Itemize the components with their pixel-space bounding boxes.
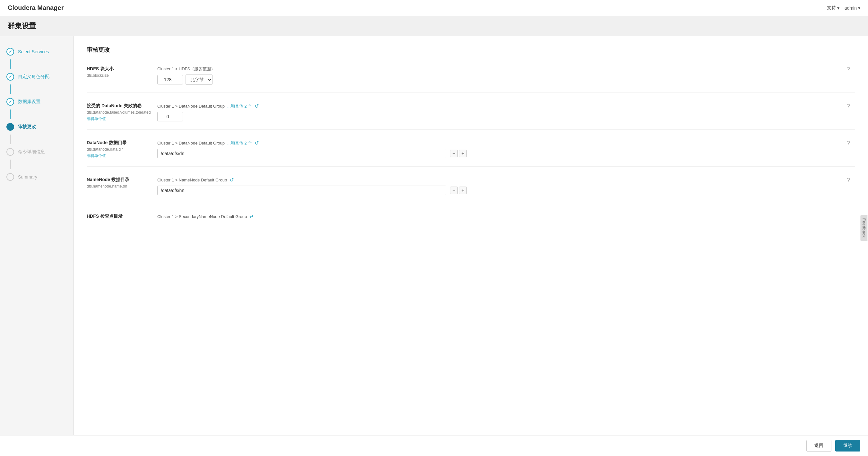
logo-text: Cloudera — [8, 4, 37, 11]
support-link[interactable]: 支持 ▾ — [827, 5, 839, 11]
step-circle-command-details — [6, 148, 14, 156]
sidebar-item-command-details: 命令详细信息 — [0, 144, 73, 160]
config-value-col-3: Cluster 1 > DataNode Default Group ...和其… — [157, 140, 855, 158]
config-label-namenode-dir: NameNode 数据目录 — [87, 177, 151, 183]
config-value-col-5: Cluster 1 > SecondaryNameNode Default Gr… — [157, 214, 855, 222]
hdfs-block-size-input[interactable] — [157, 75, 183, 85]
config-row-hdfs-checkpoint-dir: HDFS 检查点目录 Cluster 1 > SecondaryNameNode… — [87, 214, 855, 230]
chevron-down-icon: ▾ — [858, 5, 860, 10]
sidebar-item-summary: Summary — [0, 169, 73, 185]
logo: Cloudera Manager — [8, 4, 64, 11]
config-label-col-5: HDFS 检查点目录 — [87, 214, 157, 221]
config-edit-link-3[interactable]: 编辑单个值 — [87, 153, 106, 158]
reset-icon-3[interactable]: ↺ — [254, 140, 259, 146]
page-title-bar: 群集设置 — [0, 16, 868, 36]
sidebar-label-summary: Summary — [18, 174, 37, 180]
config-row-datanode-data-dir: DataNode 数据目录 dfs.datanode.data.dir 编辑单个… — [87, 140, 855, 167]
scope-text-4: Cluster 1 > NameNode Default Group — [157, 178, 227, 182]
sidebar-label-custom-roles: 自定义角色分配 — [18, 74, 50, 80]
help-icon-2[interactable]: ? — [847, 103, 850, 110]
config-label-datanode-failed: 接受的 DataNode 失败的卷 — [87, 103, 151, 109]
config-label-hdfs-block-size: HDFS 块大小 — [87, 66, 151, 72]
config-key-datanode-failed: dfs.datanode.failed.volumes.tolerated — [87, 110, 151, 115]
remove-dir-button-4[interactable]: − — [450, 187, 458, 194]
config-label-checkpoint-dir: HDFS 检查点目录 — [87, 214, 151, 219]
remove-dir-button-3[interactable]: − — [450, 150, 458, 157]
reset-icon-2[interactable]: ↺ — [254, 103, 259, 109]
connector-1 — [10, 59, 10, 69]
config-edit-link-2[interactable]: 编辑单个值 — [87, 117, 106, 121]
step-circle-database-settings — [6, 98, 14, 105]
header-actions: 支持 ▾ admin ▾ — [827, 5, 860, 11]
config-row-namenode-name-dir: NameNode 数据目录 dfs.namenode.name.dir Clus… — [87, 177, 855, 203]
input-row-3: − + — [157, 149, 855, 158]
page-title: 群集设置 — [8, 21, 860, 31]
connector-2 — [10, 85, 10, 94]
help-icon-1[interactable]: ? — [847, 66, 850, 73]
config-key-namenode-dir: dfs.namenode.name.dir — [87, 184, 151, 188]
sidebar-item-select-services[interactable]: Select Services — [0, 44, 73, 59]
hdfs-block-size-unit-select[interactable]: 字节 千字节 兆字节 吉字节 — [186, 74, 213, 85]
sidebar-item-custom-roles[interactable]: 自定义角色分配 — [0, 69, 73, 85]
scope-text-2: Cluster 1 > DataNode Default Group — [157, 104, 225, 109]
logo-bold: Manager — [37, 4, 64, 11]
connector-3 — [10, 110, 10, 119]
sidebar: Select Services 自定义角色分配 数据库设置 审核更改 命令详细信… — [0, 36, 74, 456]
admin-link[interactable]: admin ▾ — [844, 5, 860, 11]
config-scope-3: Cluster 1 > DataNode Default Group ...和其… — [157, 140, 855, 146]
check-icon — [9, 74, 12, 79]
check-icon — [9, 50, 12, 54]
sidebar-label-select-services: Select Services — [18, 49, 49, 54]
add-dir-button-4[interactable]: + — [459, 187, 467, 194]
step-circle-custom-roles — [6, 73, 14, 81]
config-label-datanode-dir: DataNode 数据目录 — [87, 140, 151, 146]
config-value-col-2: Cluster 1 > DataNode Default Group ...和其… — [157, 103, 855, 121]
datanode-data-dir-input[interactable] — [157, 149, 446, 158]
sidebar-label-command-details: 命令详细信息 — [18, 149, 45, 155]
scope-text-3: Cluster 1 > DataNode Default Group — [157, 141, 225, 146]
step-circle-summary — [6, 173, 14, 181]
scope-text-1: Cluster 1 > HDFS（服务范围） — [157, 66, 215, 72]
footer: 返回 继续 — [0, 435, 868, 456]
check-icon — [9, 99, 12, 104]
config-label-col-2: 接受的 DataNode 失败的卷 dfs.datanode.failed.vo… — [87, 103, 157, 122]
config-scope-5: Cluster 1 > SecondaryNameNode Default Gr… — [157, 214, 855, 220]
config-value-col-4: Cluster 1 > NameNode Default Group ↺ − + — [157, 177, 855, 195]
input-row-2 — [157, 112, 855, 121]
connector-4 — [10, 134, 10, 144]
config-label-col-1: HDFS 块大小 dfs.blocksize — [87, 66, 157, 79]
step-circle-select-services — [6, 48, 14, 56]
config-scope-1: Cluster 1 > HDFS（服务范围） — [157, 66, 855, 72]
config-key-datanode-dir: dfs.datanode.data.dir — [87, 147, 151, 152]
add-dir-button-3[interactable]: + — [459, 150, 467, 157]
content-area: 审核更改 HDFS 块大小 dfs.blocksize Cluster 1 > … — [74, 36, 868, 456]
scope-extra-2[interactable]: ...和其他 2 个 — [227, 103, 252, 109]
header: Cloudera Manager 支持 ▾ admin ▾ — [0, 0, 868, 16]
main-layout: Select Services 自定义角色分配 数据库设置 审核更改 命令详细信… — [0, 36, 868, 456]
scope-extra-3[interactable]: ...和其他 2 个 — [227, 140, 252, 146]
config-value-col-1: Cluster 1 > HDFS（服务范围） 字节 千字节 兆字节 吉字节 — [157, 66, 855, 85]
config-scope-2: Cluster 1 > DataNode Default Group ...和其… — [157, 103, 855, 109]
config-key-hdfs-block-size: dfs.blocksize — [87, 73, 151, 78]
sidebar-item-review-changes[interactable]: 审核更改 — [0, 119, 73, 134]
reset-icon-5[interactable]: ↵ — [249, 214, 254, 220]
config-row-hdfs-block-size: HDFS 块大小 dfs.blocksize Cluster 1 > HDFS（… — [87, 66, 855, 93]
input-actions-3: − + — [450, 150, 467, 157]
namenode-name-dir-input[interactable] — [157, 186, 446, 195]
input-row-1: 字节 千字节 兆字节 吉字节 — [157, 74, 855, 85]
config-label-col-4: NameNode 数据目录 dfs.namenode.name.dir — [87, 177, 157, 190]
feedback-tab[interactable]: Feedback — [861, 215, 868, 241]
input-actions-4: − + — [450, 187, 467, 194]
sidebar-label-database-settings: 数据库设置 — [18, 99, 40, 105]
help-icon-4[interactable]: ? — [847, 177, 850, 184]
help-icon-3[interactable]: ? — [847, 140, 850, 147]
datanode-failed-volumes-input[interactable] — [157, 112, 183, 121]
step-circle-review-changes — [6, 123, 14, 131]
back-button[interactable]: 返回 — [806, 440, 831, 452]
sidebar-item-database-settings[interactable]: 数据库设置 — [0, 94, 73, 110]
scope-text-5: Cluster 1 > SecondaryNameNode Default Gr… — [157, 214, 247, 219]
reset-icon-4[interactable]: ↺ — [229, 177, 234, 183]
connector-5 — [10, 160, 10, 169]
continue-button[interactable]: 继续 — [835, 440, 860, 452]
sidebar-label-review-changes: 审核更改 — [18, 124, 36, 130]
